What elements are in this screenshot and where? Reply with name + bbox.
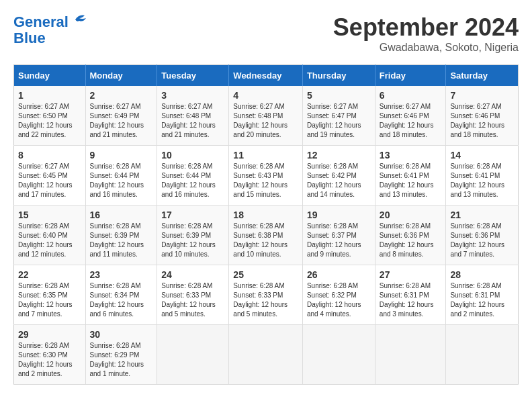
day-number: 9 [90, 150, 153, 161]
day-info: Sunrise: 6:28 AMSunset: 6:36 PMDaylight:… [380, 222, 434, 258]
calendar-day-cell: 5 Sunrise: 6:27 AMSunset: 6:47 PMDayligh… [302, 86, 375, 146]
day-info: Sunrise: 6:28 AMSunset: 6:39 PMDaylight:… [90, 222, 144, 258]
day-number: 30 [90, 329, 153, 340]
day-info: Sunrise: 6:28 AMSunset: 6:34 PMDaylight:… [90, 282, 144, 318]
calendar-day-cell: 28 Sunrise: 6:28 AMSunset: 6:31 PMDaylig… [446, 265, 519, 325]
day-number: 5 [307, 90, 371, 101]
day-info: Sunrise: 6:27 AMSunset: 6:48 PMDaylight:… [233, 103, 287, 138]
calendar-day-cell [157, 325, 229, 385]
day-number: 22 [18, 269, 81, 280]
calendar-week-row: 22 Sunrise: 6:28 AMSunset: 6:35 PMDaylig… [14, 265, 519, 325]
day-info: Sunrise: 6:28 AMSunset: 6:38 PMDaylight:… [233, 222, 287, 258]
day-info: Sunrise: 6:28 AMSunset: 6:33 PMDaylight:… [161, 282, 216, 318]
calendar-day-cell: 15 Sunrise: 6:28 AMSunset: 6:40 PMDaylig… [14, 205, 86, 265]
calendar-day-cell: 14 Sunrise: 6:28 AMSunset: 6:41 PMDaylig… [446, 146, 519, 205]
calendar-day-cell: 11 Sunrise: 6:28 AMSunset: 6:43 PMDaylig… [229, 146, 303, 205]
day-number: 24 [161, 269, 224, 280]
day-number: 18 [233, 210, 298, 220]
day-number: 28 [450, 269, 514, 280]
weekday-header: Wednesday [229, 65, 303, 87]
calendar-day-cell: 23 Sunrise: 6:28 AMSunset: 6:34 PMDaylig… [85, 265, 157, 325]
day-number: 29 [18, 329, 81, 340]
location: Gwadabawa, Sokoto, Nigeria [333, 42, 519, 54]
calendar-day-cell [375, 325, 446, 385]
weekday-header: Tuesday [157, 65, 229, 87]
calendar-day-cell: 27 Sunrise: 6:28 AMSunset: 6:31 PMDaylig… [375, 265, 446, 325]
calendar-day-cell: 10 Sunrise: 6:28 AMSunset: 6:44 PMDaylig… [157, 146, 229, 205]
calendar-week-row: 1 Sunrise: 6:27 AMSunset: 6:50 PMDayligh… [14, 86, 519, 146]
day-number: 13 [380, 150, 442, 161]
day-number: 19 [307, 210, 371, 220]
day-info: Sunrise: 6:28 AMSunset: 6:37 PMDaylight:… [307, 222, 361, 258]
day-info: Sunrise: 6:27 AMSunset: 6:48 PMDaylight:… [161, 103, 216, 138]
calendar-day-cell: 25 Sunrise: 6:28 AMSunset: 6:33 PMDaylig… [229, 265, 303, 325]
weekday-header: Thursday [302, 65, 375, 87]
logo-text: General [13, 13, 69, 31]
day-info: Sunrise: 6:27 AMSunset: 6:46 PMDaylight:… [380, 103, 434, 138]
calendar-day-cell [229, 325, 303, 385]
day-info: Sunrise: 6:28 AMSunset: 6:31 PMDaylight:… [450, 282, 504, 318]
day-info: Sunrise: 6:28 AMSunset: 6:31 PMDaylight:… [380, 282, 434, 318]
calendar-day-cell: 17 Sunrise: 6:28 AMSunset: 6:39 PMDaylig… [157, 205, 229, 265]
day-info: Sunrise: 6:28 AMSunset: 6:35 PMDaylight:… [18, 282, 73, 318]
calendar-day-cell: 20 Sunrise: 6:28 AMSunset: 6:36 PMDaylig… [375, 205, 446, 265]
calendar-day-cell: 13 Sunrise: 6:28 AMSunset: 6:41 PMDaylig… [375, 146, 446, 205]
day-number: 8 [18, 150, 81, 161]
day-info: Sunrise: 6:28 AMSunset: 6:33 PMDaylight:… [233, 282, 287, 318]
calendar-day-cell: 7 Sunrise: 6:27 AMSunset: 6:46 PMDayligh… [446, 86, 519, 146]
day-info: Sunrise: 6:28 AMSunset: 6:42 PMDaylight:… [307, 163, 361, 198]
logo-bird-icon [70, 13, 89, 26]
day-number: 27 [380, 269, 442, 280]
day-info: Sunrise: 6:28 AMSunset: 6:39 PMDaylight:… [161, 222, 216, 258]
day-info: Sunrise: 6:27 AMSunset: 6:50 PMDaylight:… [18, 103, 73, 138]
day-info: Sunrise: 6:27 AMSunset: 6:46 PMDaylight:… [450, 103, 504, 138]
day-info: Sunrise: 6:28 AMSunset: 6:41 PMDaylight:… [450, 163, 504, 198]
day-number: 6 [380, 90, 442, 101]
calendar-day-cell: 9 Sunrise: 6:28 AMSunset: 6:44 PMDayligh… [85, 146, 157, 205]
logo: General Blue [13, 13, 89, 47]
calendar-day-cell: 16 Sunrise: 6:28 AMSunset: 6:39 PMDaylig… [85, 205, 157, 265]
day-number: 14 [450, 150, 514, 161]
day-number: 17 [161, 210, 224, 220]
day-info: Sunrise: 6:28 AMSunset: 6:32 PMDaylight:… [307, 282, 361, 318]
calendar-day-cell: 12 Sunrise: 6:28 AMSunset: 6:42 PMDaylig… [302, 146, 375, 205]
day-number: 20 [380, 210, 442, 220]
day-number: 4 [233, 90, 298, 101]
day-info: Sunrise: 6:27 AMSunset: 6:45 PMDaylight:… [18, 163, 73, 198]
calendar-day-cell: 18 Sunrise: 6:28 AMSunset: 6:38 PMDaylig… [229, 205, 303, 265]
day-info: Sunrise: 6:28 AMSunset: 6:41 PMDaylight:… [380, 163, 434, 198]
calendar-day-cell [446, 325, 519, 385]
calendar-day-cell: 29 Sunrise: 6:28 AMSunset: 6:30 PMDaylig… [14, 325, 86, 385]
calendar-table: SundayMondayTuesdayWednesdayThursdayFrid… [13, 64, 519, 385]
day-number: 26 [307, 269, 371, 280]
day-info: Sunrise: 6:27 AMSunset: 6:47 PMDaylight:… [307, 103, 361, 138]
day-number: 1 [18, 90, 81, 101]
calendar-day-cell: 6 Sunrise: 6:27 AMSunset: 6:46 PMDayligh… [375, 86, 446, 146]
day-number: 7 [450, 90, 514, 101]
calendar-day-cell: 21 Sunrise: 6:28 AMSunset: 6:36 PMDaylig… [446, 205, 519, 265]
weekday-header: Saturday [446, 65, 519, 87]
day-number: 23 [90, 269, 153, 280]
weekday-header: Friday [375, 65, 446, 87]
calendar-day-cell: 26 Sunrise: 6:28 AMSunset: 6:32 PMDaylig… [302, 265, 375, 325]
day-info: Sunrise: 6:28 AMSunset: 6:30 PMDaylight:… [18, 342, 73, 377]
day-info: Sunrise: 6:28 AMSunset: 6:29 PMDaylight:… [90, 342, 144, 377]
calendar-day-cell: 1 Sunrise: 6:27 AMSunset: 6:50 PMDayligh… [14, 86, 86, 146]
day-info: Sunrise: 6:28 AMSunset: 6:36 PMDaylight:… [450, 222, 504, 258]
day-info: Sunrise: 6:28 AMSunset: 6:44 PMDaylight:… [161, 163, 216, 198]
calendar-week-row: 15 Sunrise: 6:28 AMSunset: 6:40 PMDaylig… [14, 205, 519, 265]
day-info: Sunrise: 6:28 AMSunset: 6:44 PMDaylight:… [90, 163, 144, 198]
weekday-header: Sunday [14, 65, 86, 87]
day-number: 10 [161, 150, 224, 161]
weekday-header: Monday [85, 65, 157, 87]
day-number: 16 [90, 210, 153, 220]
day-number: 21 [450, 210, 514, 220]
calendar-day-cell: 8 Sunrise: 6:27 AMSunset: 6:45 PMDayligh… [14, 146, 86, 205]
day-info: Sunrise: 6:28 AMSunset: 6:40 PMDaylight:… [18, 222, 73, 258]
calendar-day-cell: 30 Sunrise: 6:28 AMSunset: 6:29 PMDaylig… [85, 325, 157, 385]
calendar-day-cell: 4 Sunrise: 6:27 AMSunset: 6:48 PMDayligh… [229, 86, 303, 146]
title-area: September 2024 Gwadabawa, Sokoto, Nigeri… [333, 13, 519, 54]
day-number: 2 [90, 90, 153, 101]
calendar-week-row: 8 Sunrise: 6:27 AMSunset: 6:45 PMDayligh… [14, 146, 519, 205]
day-info: Sunrise: 6:28 AMSunset: 6:43 PMDaylight:… [233, 163, 287, 198]
